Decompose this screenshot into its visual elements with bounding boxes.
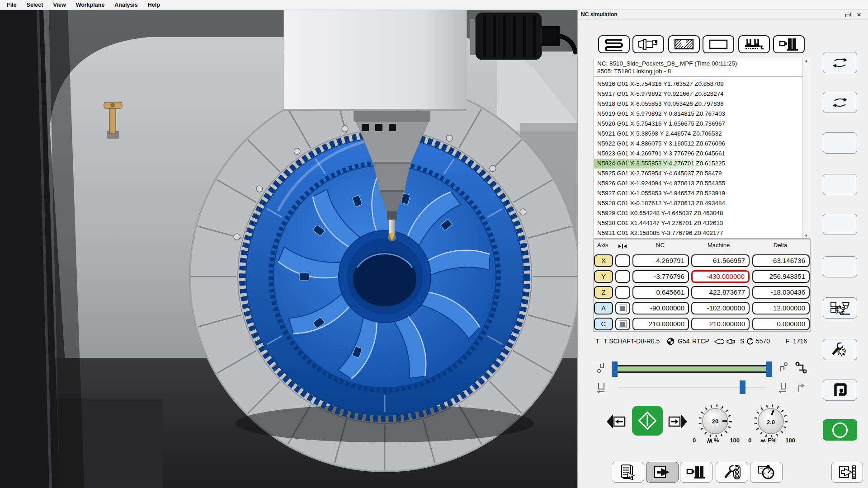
feed-override-value: 2.0 bbox=[745, 419, 796, 426]
feed-override-dial[interactable]: 2.0 0 F% 100 bbox=[745, 402, 796, 444]
axis-c-nc-value: 210.000000 bbox=[632, 318, 689, 330]
nc-program-list[interactable]: NC: 8510_Side_Pockets_D8_.MPF (Time 00:1… bbox=[594, 58, 810, 239]
axis-a-button[interactable]: A bbox=[594, 302, 613, 314]
axis-a-checkbox[interactable] bbox=[615, 302, 630, 314]
time-analysis-button[interactable] bbox=[750, 462, 783, 483]
menu-help[interactable]: Help bbox=[143, 0, 165, 10]
axis-y-checkbox[interactable] bbox=[615, 270, 630, 283]
nc-line[interactable]: N5931 G01 X2.158085 Y-3.776796 Z0.402177 bbox=[594, 228, 802, 238]
play-button[interactable] bbox=[632, 406, 663, 436]
nc-line[interactable]: N5927 G01 X-1.055853 Y-4.946574 Z0.52391… bbox=[594, 188, 802, 198]
machine-3d-viewport[interactable] bbox=[0, 10, 577, 488]
position-track[interactable] bbox=[618, 387, 767, 388]
rtcp-label: RTCP bbox=[692, 338, 709, 345]
toolbar-machine-button[interactable] bbox=[773, 35, 805, 53]
rotate-table-plus-button[interactable] bbox=[823, 52, 857, 73]
axis-y-button[interactable]: Y bbox=[594, 270, 613, 283]
range-end-handle[interactable] bbox=[766, 361, 772, 377]
axis-z-button[interactable]: Z bbox=[594, 286, 613, 299]
nc-program-hand-icon bbox=[619, 464, 637, 480]
toolbar-stock-button[interactable] bbox=[668, 35, 700, 53]
tool-wear-check-button[interactable] bbox=[823, 339, 857, 360]
tool-analysis-button[interactable] bbox=[716, 462, 748, 483]
axis-c-checkbox[interactable] bbox=[615, 318, 630, 330]
blank-button-2[interactable] bbox=[823, 174, 857, 195]
range-start-icon[interactable] bbox=[596, 361, 607, 374]
nc-program-lines: N5916 G01 X-5.754316 Y1.763527 Z0.858709… bbox=[594, 79, 802, 238]
nc-line[interactable]: N5929 G01 X0.654248 Y-4.645037 Z0.463048 bbox=[594, 208, 802, 218]
menu-file[interactable]: File bbox=[2, 0, 22, 10]
jump-up-icon[interactable] bbox=[795, 381, 806, 394]
range-track[interactable] bbox=[618, 365, 766, 373]
nc-line[interactable]: N5926 G01 X-1.924094 Y-4.870613 Z0.55435… bbox=[594, 178, 802, 188]
range-end-icon[interactable] bbox=[777, 361, 788, 374]
rotate-view-icon bbox=[830, 96, 850, 109]
range-start-handle[interactable] bbox=[612, 361, 618, 377]
close-icon[interactable]: ✕ bbox=[855, 11, 863, 19]
select-nc-program-button[interactable] bbox=[612, 462, 644, 483]
machine-settings-button[interactable] bbox=[680, 462, 712, 483]
nc-line[interactable]: N5923 G01 X-4.269791 Y-3.776796 Z0.64566… bbox=[594, 149, 802, 159]
nc-line[interactable]: N5921 G01 X-5.38598 Y-2.446574 Z0.706532 bbox=[594, 129, 802, 139]
axis-sync-icon bbox=[618, 244, 627, 250]
tool-name-label: T SCHAFT-D8-R0.5 bbox=[604, 338, 660, 345]
axis-x-button[interactable]: X bbox=[594, 254, 613, 267]
export-block-button[interactable] bbox=[831, 462, 863, 483]
rotate-table-minus-button[interactable] bbox=[823, 92, 857, 113]
menu-analysis[interactable]: Analysis bbox=[109, 0, 142, 10]
axis-y-machine-value-alert: -430.000000 bbox=[691, 270, 750, 283]
nc-line[interactable]: N5920 G01 X-5.754316 Y-1.656675 Z0.73696… bbox=[594, 119, 802, 129]
blank-button-4[interactable] bbox=[823, 256, 857, 277]
nc-line[interactable]: N5925 G01 X-2.765954 Y-4.645037 Z0.58479 bbox=[594, 169, 802, 178]
work-offset-icon bbox=[667, 338, 675, 347]
single-block-button[interactable] bbox=[646, 462, 679, 483]
nc-list-scrollbar[interactable]: ▲ ▼ bbox=[802, 58, 810, 238]
nc-line[interactable]: N5928 G01 X-0.187612 Y-4.870613 Z0.49348… bbox=[594, 198, 802, 208]
collision-check-button[interactable] bbox=[823, 297, 857, 319]
nc-line[interactable]: N5916 G01 X-5.754316 Y1.763527 Z0.858709 bbox=[594, 79, 802, 89]
nc-line[interactable]: N5919 G01 X-5.979892 Y-0.814815 Z0.76740… bbox=[594, 109, 802, 119]
float-icon[interactable] bbox=[844, 11, 852, 19]
nc-line[interactable]: N5917 G01 X-5.979892 Y0.921667 Z0.828274 bbox=[594, 89, 802, 99]
jump-forward-icon[interactable] bbox=[777, 381, 788, 394]
toolbar-nc-program-button[interactable] bbox=[598, 35, 630, 53]
range-loop-icon[interactable] bbox=[795, 361, 806, 374]
menu-view[interactable]: View bbox=[48, 0, 71, 10]
axis-z-delta-value: -18.030436 bbox=[752, 286, 810, 299]
menu-workplane[interactable]: Workplane bbox=[71, 0, 110, 10]
machine-collision-icon bbox=[829, 301, 851, 315]
nc-line-current[interactable]: N5924 G01 X-3.555853 Y-4.276701 Z0.61522… bbox=[594, 159, 802, 169]
pocket-contour-button[interactable] bbox=[823, 380, 857, 401]
feed-zigzag-icon bbox=[760, 438, 767, 443]
axis-a-delta-value: 12.000000 bbox=[752, 302, 810, 314]
scroll-up-icon[interactable]: ▲ bbox=[803, 59, 810, 63]
nc-line[interactable]: N5922 G01 X-4.886075 Y-3.160512 Z0.67609… bbox=[594, 139, 802, 149]
toolbar-tool-button[interactable] bbox=[632, 35, 664, 53]
tool-wear-icon bbox=[830, 343, 849, 357]
axis-z-checkbox[interactable] bbox=[615, 286, 630, 299]
menu-select[interactable]: Select bbox=[22, 0, 48, 10]
machine-scene bbox=[0, 10, 577, 488]
blank-button-1[interactable] bbox=[823, 132, 857, 154]
status-ok-button[interactable] bbox=[823, 419, 857, 441]
axis-x-checkbox[interactable] bbox=[615, 254, 630, 267]
feed-value: 1716 bbox=[793, 338, 807, 345]
axis-row-z: Z 0.645661 422.873677 -18.030436 bbox=[594, 286, 810, 299]
nc-line[interactable]: N5930 G01 X1.444147 Y-4.276701 Z0.432613 bbox=[594, 218, 802, 228]
jump-back-icon[interactable] bbox=[596, 381, 607, 394]
spindle-prefix-label: S bbox=[740, 338, 744, 345]
toolbar-machine-bed-button[interactable] bbox=[738, 35, 770, 53]
step-backward-button[interactable] bbox=[606, 413, 627, 430]
work-offset-label: G54 bbox=[678, 338, 689, 345]
step-forward-button[interactable] bbox=[667, 413, 688, 430]
scroll-down-icon[interactable]: ▼ bbox=[803, 234, 810, 238]
nc-line[interactable]: N5918 G01 X-6.055853 Y0.053426 Z0.797838 bbox=[594, 99, 802, 109]
blank-button-3[interactable] bbox=[823, 214, 857, 235]
rapid-override-dial[interactable]: 20 0 % 100 bbox=[690, 402, 741, 444]
toolbar-workplane-button[interactable] bbox=[703, 35, 734, 53]
position-handle[interactable] bbox=[740, 380, 745, 394]
screen: File Select View Workplane Analysis Help bbox=[0, 0, 868, 488]
hub-bore bbox=[353, 252, 416, 306]
axis-c-button[interactable]: C bbox=[594, 318, 613, 330]
rapid-min-label: 0 bbox=[693, 437, 696, 444]
